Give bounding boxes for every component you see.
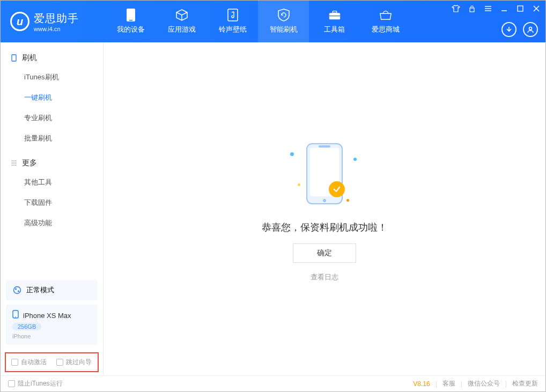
- svg-rect-6: [470, 8, 474, 12]
- main-nav: 我的设备 应用游戏 铃声壁纸 智能刷机 工具箱 爱思商城: [105, 1, 411, 42]
- svg-rect-3: [329, 13, 340, 19]
- shield-refresh-icon: [277, 9, 290, 21]
- svg-rect-0: [127, 9, 135, 21]
- logo-block: u 爱思助手 www.i4.cn: [1, 11, 105, 32]
- success-message: 恭喜您，保资料刷机成功啦！: [262, 221, 387, 234]
- music-icon: [226, 9, 239, 21]
- svg-point-27: [323, 199, 326, 202]
- cube-icon: [175, 9, 188, 21]
- section-label: 更多: [22, 158, 37, 168]
- minimize-icon[interactable]: [499, 4, 509, 13]
- success-illustration: [271, 136, 378, 211]
- nav-label: 我的设备: [117, 25, 145, 34]
- checkbox-icon: [56, 359, 63, 366]
- nav-label: 智能刷机: [270, 25, 298, 34]
- svg-rect-1: [129, 20, 132, 21]
- svg-point-20: [15, 289, 17, 290]
- sidebar: 刷机 iTunes刷机 一键刷机 专业刷机 批量刷机 更多 其他工具 下载固件 …: [1, 42, 104, 375]
- menu-icon[interactable]: [483, 4, 493, 13]
- app-subtitle: www.i4.cn: [34, 26, 79, 32]
- header-actions: [501, 22, 538, 37]
- nav-label: 铃声壁纸: [219, 25, 247, 34]
- wechat-link[interactable]: 微信公众号: [468, 379, 500, 388]
- svg-rect-4: [333, 11, 336, 13]
- checkbox-icon: [11, 359, 18, 366]
- lock-icon[interactable]: [467, 4, 477, 13]
- checkbox-label: 自动激活: [21, 358, 47, 367]
- app-title: 爱思助手: [34, 11, 79, 26]
- nav-store[interactable]: 爱思商城: [360, 1, 411, 42]
- download-button[interactable]: [501, 22, 517, 37]
- nav-label: 爱思商城: [372, 25, 400, 34]
- checkbox-label: 跳过向导: [66, 358, 92, 367]
- tshirt-icon[interactable]: [451, 4, 461, 13]
- svg-point-19: [14, 287, 21, 294]
- nav-label: 应用游戏: [168, 25, 196, 34]
- phone-icon: [10, 54, 18, 62]
- list-icon: [10, 159, 18, 167]
- svg-rect-2: [228, 9, 238, 21]
- device-storage: 256GB: [12, 323, 41, 330]
- support-link[interactable]: 客服: [442, 379, 455, 388]
- sparkle-icon: [353, 158, 357, 161]
- sparkle-icon: [346, 199, 349, 202]
- svg-rect-15: [12, 55, 16, 61]
- main-content: 恭喜您，保资料刷机成功啦！ 确定 查看日志: [104, 42, 545, 375]
- sparkle-icon: [290, 152, 294, 156]
- device-name: iPhone XS Max: [23, 312, 71, 320]
- statusbar: 阻止iTunes运行 V8.16 | 客服 | 微信公众号 | 检查更新: [1, 375, 545, 391]
- svg-point-21: [18, 291, 19, 292]
- window-controls: [451, 4, 541, 13]
- mode-icon: [12, 285, 22, 295]
- device-icon: [12, 310, 19, 321]
- sidebar-item-advanced[interactable]: 高级功能: [1, 213, 103, 233]
- svg-rect-5: [329, 16, 340, 16]
- nav-label: 工具箱: [324, 25, 345, 34]
- nav-apps-games[interactable]: 应用游戏: [156, 1, 207, 42]
- sidebar-item-itunes-flash[interactable]: iTunes刷机: [1, 67, 103, 87]
- separator: |: [461, 380, 462, 388]
- svg-rect-26: [319, 145, 330, 147]
- close-icon[interactable]: [532, 4, 541, 13]
- sparkle-icon: [298, 183, 300, 186]
- svg-point-14: [529, 27, 532, 30]
- store-icon: [379, 9, 392, 21]
- check-update-link[interactable]: 检查更新: [512, 379, 538, 388]
- highlighted-options: 自动激活 跳过向导: [5, 352, 99, 372]
- sidebar-item-one-click-flash[interactable]: 一键刷机: [1, 87, 103, 108]
- view-log-link[interactable]: 查看日志: [311, 272, 338, 282]
- version-label: V8.16: [413, 380, 430, 388]
- section-label: 刷机: [22, 53, 37, 63]
- sidebar-item-other-tools[interactable]: 其他工具: [1, 172, 103, 193]
- nav-ringtones[interactable]: 铃声壁纸: [207, 1, 258, 42]
- sidebar-section-more: 更多: [1, 154, 103, 172]
- sidebar-section-flash: 刷机: [1, 49, 103, 67]
- ok-button[interactable]: 确定: [293, 243, 356, 263]
- separator: |: [505, 380, 507, 388]
- mode-label: 正常模式: [26, 285, 54, 295]
- toolbox-icon: [328, 9, 341, 21]
- user-button[interactable]: [523, 22, 538, 37]
- titlebar: u 爱思助手 www.i4.cn 我的设备 应用游戏 铃声壁纸 智能刷机: [1, 1, 545, 42]
- sidebar-item-batch-flash[interactable]: 批量刷机: [1, 128, 103, 149]
- device-type: iPhone: [12, 333, 91, 339]
- sidebar-item-download-firmware[interactable]: 下载固件: [1, 193, 103, 213]
- nav-my-device[interactable]: 我的设备: [105, 1, 156, 42]
- checkbox-block-itunes[interactable]: 阻止iTunes运行: [8, 379, 63, 388]
- device-info-box[interactable]: iPhone XS Max 256GB iPhone: [6, 305, 98, 345]
- device-icon: [124, 9, 137, 21]
- logo-icon: u: [10, 12, 29, 31]
- checkbox-skip-guide[interactable]: 跳过向导: [56, 358, 92, 367]
- checkbox-icon: [8, 380, 15, 387]
- check-badge-icon: [329, 181, 345, 197]
- separator: |: [436, 380, 437, 388]
- checkbox-auto-activate[interactable]: 自动激活: [11, 358, 47, 367]
- svg-point-23: [15, 316, 16, 317]
- checkbox-label: 阻止iTunes运行: [18, 379, 63, 388]
- svg-rect-11: [518, 6, 523, 11]
- nav-toolbox[interactable]: 工具箱: [309, 1, 360, 42]
- device-mode-box[interactable]: 正常模式: [6, 280, 98, 300]
- maximize-icon[interactable]: [515, 4, 525, 13]
- sidebar-item-pro-flash[interactable]: 专业刷机: [1, 108, 103, 128]
- nav-smart-flash[interactable]: 智能刷机: [258, 1, 309, 42]
